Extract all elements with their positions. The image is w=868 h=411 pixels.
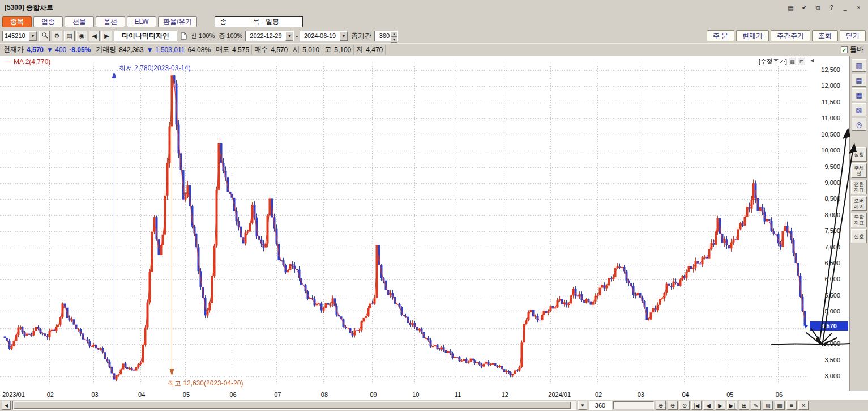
zoom-out-icon[interactable]: ⊖: [668, 401, 678, 410]
chart-type-buttons: ▥▤▦▧◎: [852, 59, 866, 131]
dropdown-icon[interactable]: ▼: [29, 31, 37, 41]
menu-icon[interactable]: ≡: [786, 401, 797, 410]
visible-period-input[interactable]: 360: [589, 401, 612, 410]
y-axis-label: 12,000: [821, 82, 840, 89]
annotation-low: 최저 2,780(2023-03-14): [119, 63, 191, 73]
copy-icon[interactable]: ⧉: [813, 3, 823, 12]
go-next-icon[interactable]: ▶: [715, 401, 725, 410]
print-icon[interactable]: ▤: [786, 3, 796, 12]
compare-chart-icon[interactable]: ◎: [852, 118, 866, 131]
y-axis-label: 7,500: [824, 227, 840, 234]
titlebar-icons: ▤ ✔ ⧉ ? _ ×: [786, 3, 863, 12]
chart-scrollbar[interactable]: [12, 401, 576, 410]
category-toolbar: 종목 업종 선물 옵션 ELW 환율/유가 종 목 - 일봉: [0, 15, 868, 28]
eye-icon[interactable]: ◉: [76, 31, 87, 41]
price-chart-canvas[interactable]: [0, 56, 809, 391]
help-icon[interactable]: ?: [827, 3, 836, 12]
y-axis-label: 4,000: [824, 340, 840, 347]
confirm-icon[interactable]: ✔: [799, 3, 809, 12]
zoom-slider[interactable]: [613, 401, 654, 409]
period-spinner[interactable]: 360 ▲ ▼: [374, 31, 398, 41]
volume-change-value: ▼ 1,503,011: [147, 46, 185, 54]
candle-chart-icon[interactable]: ▥: [852, 59, 866, 72]
chart-plot-area[interactable]: — MA 2(4,770) [수정주가] ▦ ⊡ 최저 2,780(2023-0…: [0, 56, 809, 391]
date-to-picker[interactable]: 2024-06-19 ▼: [300, 31, 348, 41]
document-icon[interactable]: [179, 31, 188, 41]
scroll-right-icon[interactable]: ▼: [578, 401, 587, 410]
close-button[interactable]: 닫기: [840, 30, 866, 41]
x-axis-label: 05: [726, 391, 733, 398]
tab-options[interactable]: 옵션: [96, 16, 125, 27]
stock-code-value: 145210: [3, 32, 29, 39]
query-button[interactable]: 조회: [812, 30, 838, 41]
dropdown-icon[interactable]: ▼: [285, 31, 293, 41]
low-label: 저: [356, 45, 363, 54]
gear-icon[interactable]: ⚙: [52, 31, 62, 41]
zoom-area-icon[interactable]: ⊙: [679, 401, 690, 410]
go-first-icon[interactable]: |◀: [691, 401, 702, 410]
composite-indicator-button[interactable]: 복합지표: [851, 213, 867, 227]
tab-stock[interactable]: 종목: [2, 16, 32, 27]
ma-legend: — MA 2(4,770): [5, 58, 50, 66]
lock-icon[interactable]: ⊡: [798, 58, 805, 65]
bid-value: 4,570: [271, 46, 288, 54]
dropdown-icon[interactable]: ▼: [340, 31, 348, 41]
bid-cell: 매수 4,570: [252, 45, 290, 55]
minimize-icon[interactable]: _: [840, 3, 850, 12]
trendline-button[interactable]: 추세선: [851, 163, 867, 178]
stock-code-combo[interactable]: 145210 ▼: [2, 31, 37, 41]
bar-chart-icon[interactable]: ▤: [852, 74, 866, 87]
pattern-icon[interactable]: ▩: [775, 401, 785, 410]
x-axis-label: 03: [91, 391, 98, 398]
mode-right: 목 - 일봉: [253, 17, 279, 27]
annotation-high: 최고 12,630(2023-04-20): [168, 379, 243, 388]
delete-icon[interactable]: ✕: [798, 401, 809, 410]
go-last-icon[interactable]: ▶|: [727, 401, 737, 410]
volume-cell: 거래량 842,363 ▼ 1,503,011 64.08%: [93, 45, 213, 55]
toolbar-toggle[interactable]: ✔ 툴바: [841, 45, 868, 54]
weekly-price-button[interactable]: 주간주가: [771, 30, 810, 41]
go-prev-icon[interactable]: ◀: [703, 401, 713, 410]
signal-button[interactable]: 신호: [851, 229, 867, 243]
scroll-left-icon[interactable]: ◀: [2, 401, 11, 410]
scrollbar-thumb[interactable]: [14, 402, 571, 409]
spin-up-icon[interactable]: ▲: [391, 31, 397, 37]
date-from-picker[interactable]: 2022-12-29 ▼: [245, 31, 294, 41]
price-change-percent: -8.05%: [69, 46, 91, 54]
tab-futures[interactable]: 선물: [65, 16, 94, 27]
y-axis-label: 11,500: [822, 99, 840, 105]
print-icon[interactable]: ▤: [64, 31, 75, 41]
order-button[interactable]: 주 문: [707, 30, 734, 41]
checkbox-icon[interactable]: ✔: [841, 46, 848, 53]
x-axis-label: 04: [138, 391, 145, 398]
x-axis-label: 06: [229, 391, 236, 398]
zoom-in-icon[interactable]: ⊕: [656, 401, 666, 410]
spin-down-icon[interactable]: ▼: [391, 37, 397, 43]
tab-elw[interactable]: ELW: [127, 16, 156, 27]
grid-icon[interactable]: ▦: [789, 58, 796, 65]
prev-icon[interactable]: ◀: [89, 31, 100, 41]
switch-indicator-button[interactable]: 전환지표: [851, 180, 867, 194]
current-price-button[interactable]: 현재가: [736, 30, 769, 41]
settings-button[interactable]: 설정: [851, 147, 867, 162]
close-icon[interactable]: ×: [854, 3, 863, 12]
tab-sector[interactable]: 업종: [33, 16, 63, 27]
indicator-icon[interactable]: ▨: [763, 401, 773, 410]
draw-tool-icon[interactable]: ✎: [751, 401, 761, 410]
x-axis-label: 2024/01: [548, 391, 571, 398]
volume-label: 거래량: [96, 45, 116, 54]
area-chart-icon[interactable]: ▧: [852, 103, 866, 116]
tab-fx-oil[interactable]: 환율/유가: [158, 16, 197, 27]
fit-chart-icon[interactable]: ⊞: [739, 401, 749, 410]
search-icon[interactable]: [39, 31, 50, 41]
y-axis-label: 5,000: [824, 308, 840, 315]
next-icon[interactable]: ▶: [101, 31, 112, 41]
axis-collapse-icon[interactable]: ◀: [810, 58, 814, 63]
overlay-button[interactable]: 오버레이: [851, 196, 867, 211]
ask-value: 4,575: [232, 46, 249, 54]
period-value: 360: [375, 32, 391, 39]
y-axis: ◀ 3,0003,5004,0004,5005,0005,5006,0006,5…: [809, 56, 849, 391]
line-chart-icon[interactable]: ▦: [852, 88, 866, 101]
x-axis-labels: 2023/0102030405060708091011122024/010203…: [0, 391, 809, 400]
x-axis-label: 09: [370, 391, 377, 398]
